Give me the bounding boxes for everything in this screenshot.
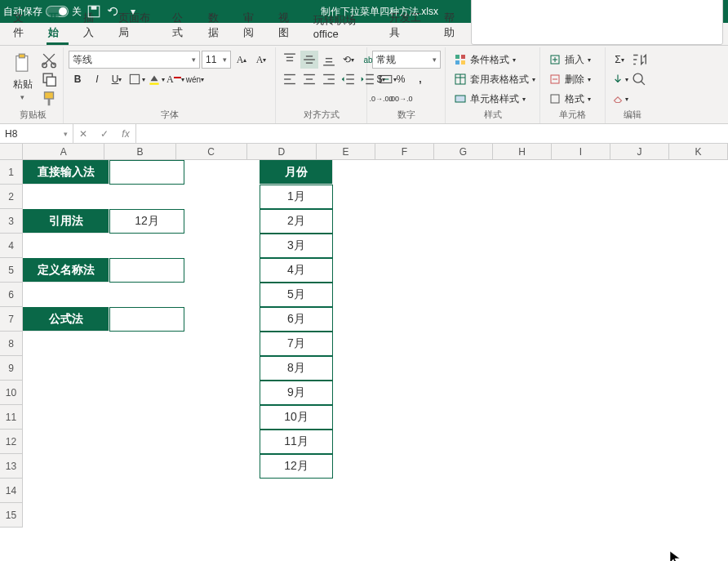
undo-icon[interactable] bbox=[106, 4, 121, 19]
column-header[interactable]: A bbox=[23, 144, 104, 159]
align-left-button[interactable] bbox=[281, 70, 299, 88]
insert-button[interactable]: 插入▾ bbox=[545, 51, 594, 69]
column-header[interactable]: F bbox=[375, 144, 434, 159]
column-header[interactable]: G bbox=[434, 144, 493, 159]
decrease-font-button[interactable]: A▾ bbox=[252, 51, 270, 69]
italic-button[interactable]: I bbox=[88, 70, 106, 88]
column-header[interactable]: E bbox=[317, 144, 375, 159]
row-header[interactable]: 11 bbox=[0, 405, 22, 430]
cell-D1[interactable]: 月份 bbox=[260, 160, 333, 185]
cell-D11[interactable]: 10月 bbox=[260, 405, 333, 430]
select-all-corner[interactable] bbox=[0, 144, 23, 160]
format-cells-button[interactable]: 格式▾ bbox=[545, 90, 594, 108]
clear-button[interactable]: ▾ bbox=[610, 90, 628, 108]
number-format-select[interactable]: 常规▾ bbox=[372, 51, 441, 69]
row-header[interactable]: 14 bbox=[0, 479, 22, 503]
table-format-button[interactable]: 套用表格格式▾ bbox=[451, 70, 539, 88]
fill-button[interactable]: ▾ bbox=[610, 70, 628, 88]
column-header[interactable]: J bbox=[610, 144, 669, 159]
decrease-indent-button[interactable] bbox=[340, 70, 357, 88]
underline-button[interactable]: U ▾ bbox=[108, 70, 126, 88]
cell-D5[interactable]: 4月 bbox=[260, 258, 333, 283]
cell-A1[interactable]: 直接输入法 bbox=[23, 160, 109, 185]
row-header[interactable]: 6 bbox=[0, 283, 22, 307]
cell-B7[interactable] bbox=[109, 307, 184, 332]
row-header[interactable]: 5 bbox=[0, 258, 22, 283]
orientation-button[interactable]: ⟲▾ bbox=[340, 51, 357, 69]
fx-icon[interactable]: fx bbox=[119, 128, 132, 140]
font-size-select[interactable]: 11▾ bbox=[202, 51, 231, 69]
cell-D3[interactable]: 2月 bbox=[260, 209, 333, 234]
cell-D6[interactable]: 5月 bbox=[260, 283, 333, 307]
copy-button[interactable] bbox=[40, 70, 58, 88]
increase-font-button[interactable]: A▴ bbox=[233, 51, 251, 69]
row-header[interactable]: 9 bbox=[0, 356, 22, 381]
bold-button[interactable]: B bbox=[69, 70, 87, 88]
cell-A3[interactable]: 引用法 bbox=[23, 209, 109, 234]
fill-color-button[interactable]: ▾ bbox=[147, 70, 165, 88]
formula-input[interactable] bbox=[136, 124, 728, 143]
row-header[interactable]: 3 bbox=[0, 209, 22, 234]
font-name-select[interactable]: 等线▾ bbox=[69, 51, 200, 69]
save-icon[interactable] bbox=[87, 4, 101, 19]
autosum-button[interactable]: Σ▾ bbox=[610, 51, 628, 69]
cell-B3[interactable]: 12月 bbox=[109, 209, 184, 234]
phonetic-button[interactable]: wén▾ bbox=[186, 70, 204, 88]
cell-A7[interactable]: 公式法 bbox=[23, 307, 109, 332]
comma-button[interactable]: , bbox=[411, 70, 429, 88]
column-header[interactable]: K bbox=[669, 144, 728, 159]
align-center-button[interactable] bbox=[300, 70, 318, 88]
row-header[interactable]: 12 bbox=[0, 430, 22, 454]
find-select-button[interactable] bbox=[630, 70, 648, 88]
increase-decimal-button[interactable]: .0→.00 bbox=[372, 90, 390, 108]
cancel-formula-icon[interactable]: ✕ bbox=[77, 128, 90, 140]
cell-style-button[interactable]: 单元格样式▾ bbox=[451, 90, 529, 108]
delete-button[interactable]: 删除▾ bbox=[545, 70, 594, 88]
font-color-button[interactable]: A▾ bbox=[166, 70, 184, 88]
accounting-button[interactable]: $▾ bbox=[372, 70, 390, 88]
tab-file[interactable]: 文件 bbox=[5, 6, 40, 45]
cell-D2[interactable]: 1月 bbox=[260, 185, 333, 209]
accept-formula-icon[interactable]: ✓ bbox=[98, 128, 111, 140]
column-header[interactable]: B bbox=[104, 144, 175, 159]
editing-group-label: 编辑 bbox=[610, 109, 655, 123]
align-right-button[interactable] bbox=[320, 70, 338, 88]
row-header[interactable]: 7 bbox=[0, 307, 22, 332]
redo-dropdown-icon[interactable]: ▾ bbox=[126, 4, 140, 19]
cell-D4[interactable]: 3月 bbox=[260, 234, 333, 258]
conditional-format-button[interactable]: 条件格式▾ bbox=[451, 51, 519, 69]
cut-button[interactable] bbox=[40, 51, 58, 69]
row-header[interactable]: 15 bbox=[0, 503, 22, 528]
row-header[interactable]: 10 bbox=[0, 381, 22, 405]
row-header[interactable]: 2 bbox=[0, 185, 22, 209]
name-box[interactable]: H8▾ bbox=[0, 124, 73, 143]
cell-B1[interactable] bbox=[109, 160, 184, 185]
row-header[interactable]: 8 bbox=[0, 332, 22, 356]
cell-D8[interactable]: 7月 bbox=[260, 332, 333, 356]
decrease-decimal-button[interactable]: .00→.0 bbox=[392, 90, 410, 108]
tab-home[interactable]: 开始 bbox=[40, 6, 75, 45]
border-button[interactable]: ▾ bbox=[127, 70, 145, 88]
cell-D7[interactable]: 6月 bbox=[260, 307, 333, 332]
spreadsheet-grid[interactable]: ABCDEFGHIJK 123456789101112131415 直接输入法引… bbox=[0, 144, 728, 559]
cell-D9[interactable]: 8月 bbox=[260, 356, 333, 381]
column-header[interactable]: D bbox=[247, 144, 317, 159]
cell-B5[interactable] bbox=[109, 258, 184, 283]
align-middle-button[interactable] bbox=[300, 51, 318, 69]
cell-D12[interactable]: 11月 bbox=[260, 430, 333, 454]
row-header[interactable]: 13 bbox=[0, 454, 22, 479]
sort-filter-button[interactable] bbox=[630, 51, 648, 69]
column-header[interactable]: C bbox=[176, 144, 247, 159]
column-header[interactable]: I bbox=[552, 144, 610, 159]
cell-D10[interactable]: 9月 bbox=[260, 381, 333, 405]
row-header[interactable]: 1 bbox=[0, 160, 22, 185]
format-painter-button[interactable] bbox=[40, 90, 58, 108]
cell-A5[interactable]: 定义名称法 bbox=[23, 258, 109, 283]
percent-button[interactable]: % bbox=[392, 70, 410, 88]
paste-button[interactable]: 粘贴 ▾ bbox=[8, 51, 37, 103]
row-header[interactable]: 4 bbox=[0, 234, 22, 258]
cell-D13[interactable]: 12月 bbox=[260, 454, 333, 479]
align-bottom-button[interactable] bbox=[320, 51, 338, 69]
column-header[interactable]: H bbox=[493, 144, 552, 159]
align-top-button[interactable] bbox=[281, 51, 299, 69]
